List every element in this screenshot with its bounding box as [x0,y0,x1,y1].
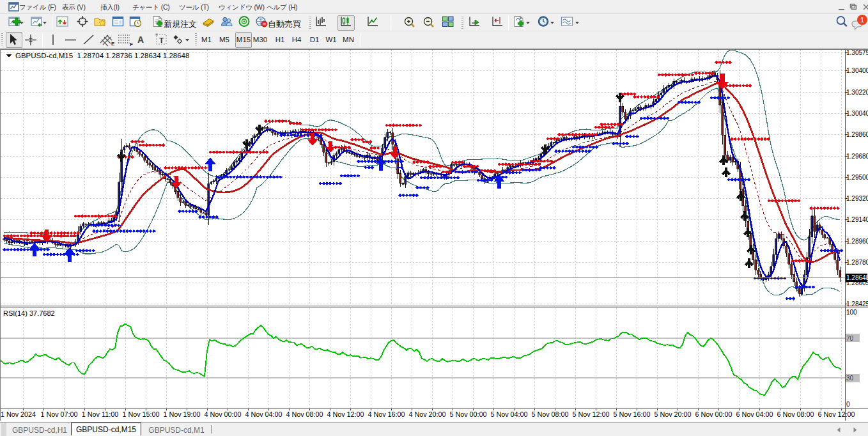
svg-text:1 Nov 2024: 1 Nov 2024 [1,410,36,418]
svg-text:1.29140: 1.29140 [846,216,868,223]
svg-text:6 Nov 04:00: 6 Nov 04:00 [736,410,773,418]
svg-text:4 Nov 12:00: 4 Nov 12:00 [327,410,364,418]
svg-text:1.29860: 1.29860 [846,131,868,138]
svg-text:1.30220: 1.30220 [846,89,868,96]
svg-text:5 Nov 20:00: 5 Nov 20:00 [654,410,691,418]
svg-text:T: T [159,36,164,44]
svg-text:6 Nov 00:00: 6 Nov 00:00 [695,410,732,418]
svg-text:1.29500: 1.29500 [846,174,868,181]
svg-text:1.28425: 1.28425 [846,300,868,308]
svg-text:100: 100 [846,309,857,316]
svg-text:1.28648: 1.28648 [846,274,868,281]
svg-text:5 Nov 16:00: 5 Nov 16:00 [613,410,650,418]
svg-text:4 Nov 08:00: 4 Nov 08:00 [286,410,323,418]
svg-text:5 Nov 12:00: 5 Nov 12:00 [572,410,609,418]
svg-text:1.30575: 1.30575 [846,49,868,56]
svg-text:0: 0 [846,401,850,408]
svg-text:1: 1 [860,16,864,24]
svg-text:4 Nov 04:00: 4 Nov 04:00 [245,410,282,418]
svg-text:1 Nov 11:00: 1 Nov 11:00 [82,410,118,418]
svg-text:6 Nov 08:00: 6 Nov 08:00 [777,410,814,418]
svg-text:5 Nov 04:00: 5 Nov 04:00 [490,410,527,418]
svg-text:1 Nov 07:00: 1 Nov 07:00 [40,410,77,418]
svg-text:1.30400: 1.30400 [846,67,868,74]
svg-text:F: F [130,42,133,47]
svg-text:1 Nov 15:00: 1 Nov 15:00 [122,410,159,418]
svg-text:6 Nov 12:00: 6 Nov 12:00 [818,410,855,418]
svg-text:5 Nov 08:00: 5 Nov 08:00 [531,410,568,418]
svg-text:RSI(14) 37.7682: RSI(14) 37.7682 [3,309,55,317]
svg-text:30: 30 [846,375,854,382]
svg-text:1.29680: 1.29680 [846,153,868,160]
svg-text:1 Nov 19:00: 1 Nov 19:00 [163,410,200,418]
svg-text:4 Nov 20:00: 4 Nov 20:00 [408,410,446,418]
svg-text:1.28960: 1.28960 [846,238,868,245]
svg-text:E: E [111,41,115,47]
svg-text:5 Nov 00:00: 5 Nov 00:00 [449,410,486,418]
svg-text:70: 70 [846,335,854,342]
svg-text:1.28780: 1.28780 [846,259,868,266]
svg-text:GBPUSD-cd,M15 1.28704 1.28736: GBPUSD-cd,M15 1.28704 1.28736 1.28634 1.… [15,52,189,59]
svg-text:1.30040: 1.30040 [846,110,868,117]
svg-text:1.29320: 1.29320 [846,195,868,202]
svg-text:4 Nov 00:00: 4 Nov 00:00 [204,410,241,418]
svg-text:4 Nov 16:00: 4 Nov 16:00 [368,410,405,418]
